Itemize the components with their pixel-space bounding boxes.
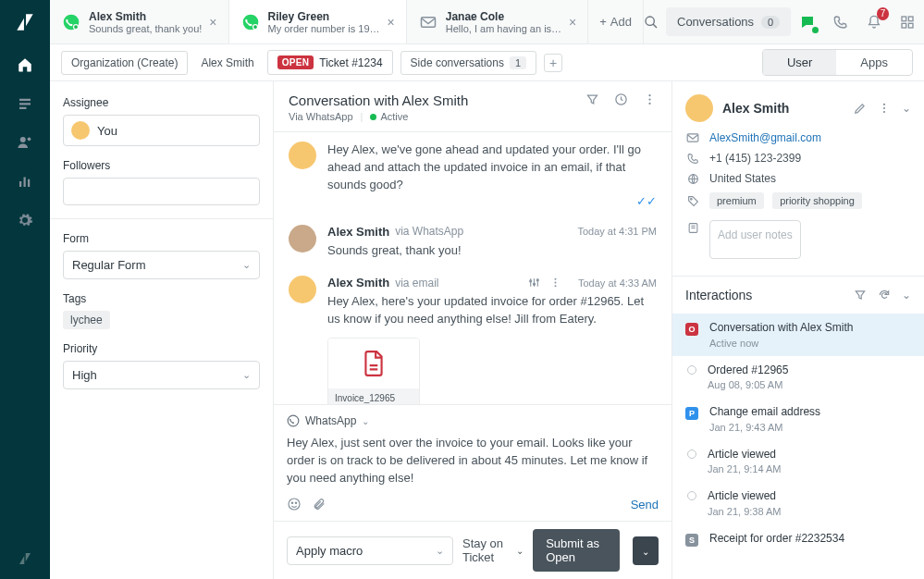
- svg-marker-11: [26, 553, 31, 561]
- customer-phone: +1 (415) 123-2399: [709, 152, 801, 165]
- composer-channel-select[interactable]: WhatsApp ⌄: [287, 414, 659, 427]
- history-icon[interactable]: [614, 92, 628, 106]
- avatar: [289, 225, 316, 253]
- svg-rect-2: [19, 99, 31, 101]
- search-icon[interactable]: [644, 0, 659, 43]
- form-select[interactable]: Regular Form ⌄: [63, 251, 260, 279]
- edit-icon[interactable]: [854, 102, 867, 115]
- views-icon[interactable]: [16, 94, 34, 113]
- avatar: [685, 94, 713, 122]
- tags-label: Tags: [63, 292, 260, 305]
- note-icon: [685, 222, 700, 234]
- workspace-tab[interactable]: Alex Smith Sounds great, thank you! ×: [50, 0, 229, 43]
- admin-icon[interactable]: [16, 211, 34, 229]
- settings-icon[interactable]: [528, 277, 540, 289]
- interactions-header: Interactions ⌄: [672, 276, 924, 314]
- tag-chip[interactable]: priority shopping: [772, 192, 862, 209]
- composer-textarea[interactable]: Hey Alex, just sent over the invoice to …: [287, 435, 659, 487]
- interaction-item[interactable]: Article viewed Jan 21, 9:38 AM: [672, 482, 924, 524]
- nav-rail: [0, 0, 50, 579]
- add-side-conversation-button[interactable]: +: [544, 54, 562, 72]
- close-icon[interactable]: ×: [569, 15, 576, 30]
- tag-chip[interactable]: premium: [709, 192, 764, 209]
- ticket-properties-pane: Assignee You Followers Form Regular Form…: [50, 81, 274, 579]
- tag-chip[interactable]: lychee: [63, 311, 110, 329]
- message-via: via email: [395, 277, 438, 290]
- composer-channel-label: WhatsApp: [305, 414, 356, 427]
- interaction-item[interactable]: P Change email address Jan 21, 9:43 AM: [672, 398, 924, 440]
- chevron-down-icon[interactable]: ⌄: [902, 102, 911, 115]
- more-icon[interactable]: [643, 92, 657, 106]
- interaction-item[interactable]: S Receipt for order #2232534: [672, 524, 924, 554]
- chevron-down-icon: ⌄: [436, 545, 444, 557]
- priority-select[interactable]: High ⌄: [63, 361, 260, 389]
- interaction-item[interactable]: O Conversation with Alex Smith Active no…: [672, 314, 924, 356]
- interaction-title: Conversation with Alex Smith: [709, 321, 853, 336]
- breadcrumb-ticket[interactable]: OPEN Ticket #1234: [267, 50, 393, 75]
- breadcrumb-org[interactable]: Organization (Create): [61, 51, 188, 75]
- form-label: Form: [63, 232, 260, 245]
- customer-header: Alex Smith ⌄: [672, 81, 924, 131]
- phone-icon[interactable]: [832, 13, 850, 31]
- footer-row: Apply macro ⌄ Stay on Ticket ⌄ Submit as…: [274, 521, 671, 579]
- message-author: Alex Smith: [327, 276, 389, 290]
- customers-icon[interactable]: [16, 133, 34, 152]
- submit-dropdown-button[interactable]: ⌄: [633, 536, 659, 565]
- add-tab-button[interactable]: + Add: [588, 0, 644, 43]
- stay-on-ticket-select[interactable]: Stay on Ticket ⌄: [462, 536, 524, 564]
- interaction-title: Ordered #12965: [708, 363, 788, 378]
- workspace-tab[interactable]: Riley Green My order number is 19… ×: [229, 0, 407, 43]
- chevron-down-icon[interactable]: ⌄: [902, 289, 911, 302]
- conversations-chip[interactable]: Conversations 0: [666, 7, 791, 36]
- submit-button[interactable]: Submit as Open: [533, 529, 620, 572]
- interaction-item[interactable]: Article viewed Jan 21, 9:14 AM: [672, 440, 924, 483]
- customer-email[interactable]: AlexSmith@gmail.com: [709, 131, 821, 144]
- svg-rect-8: [24, 178, 26, 188]
- mail-icon: [685, 132, 700, 143]
- attachment-icon[interactable]: [313, 497, 326, 511]
- more-icon[interactable]: [549, 277, 561, 289]
- svg-rect-3: [19, 103, 31, 105]
- filter-icon[interactable]: [585, 92, 599, 106]
- status-label: Active: [380, 111, 408, 122]
- composer: WhatsApp ⌄ Hey Alex, just sent over the …: [274, 404, 671, 521]
- refresh-icon[interactable]: [878, 289, 891, 302]
- workspace-tabs: Alex Smith Sounds great, thank you! × Ri…: [50, 0, 588, 43]
- followers-input[interactable]: [63, 178, 260, 205]
- close-icon[interactable]: ×: [388, 15, 395, 30]
- bell-icon[interactable]: 7: [865, 13, 883, 31]
- avatar: [71, 121, 90, 140]
- home-icon[interactable]: [16, 55, 34, 74]
- apps-grid-icon[interactable]: [898, 13, 917, 31]
- attachment[interactable]: Invoice_12965 PDF: [327, 338, 420, 404]
- conversation-title: Conversation with Alex Smith: [289, 92, 585, 108]
- chat-icon[interactable]: [798, 13, 817, 31]
- interactions-list: O Conversation with Alex Smith Active no…: [672, 314, 924, 579]
- workspace-tab[interactable]: Janae Cole Hello, I am having an is… ×: [407, 0, 589, 43]
- top-bar: Alex Smith Sounds great, thank you! × Ri…: [50, 0, 924, 44]
- message-list: Hey Alex, we've gone ahead and updated y…: [274, 132, 671, 404]
- chevron-down-icon: ⌄: [642, 547, 649, 557]
- close-icon[interactable]: ×: [209, 15, 216, 30]
- interaction-item[interactable]: Ordered #12965 Aug 08, 9:05 AM: [672, 356, 924, 399]
- macro-select[interactable]: Apply macro ⌄: [287, 536, 453, 565]
- tab-user[interactable]: User: [763, 50, 836, 75]
- tab-apps[interactable]: Apps: [836, 50, 912, 75]
- emoji-icon[interactable]: [287, 497, 302, 511]
- interaction-sub: Jan 21, 9:43 AM: [709, 422, 820, 433]
- breadcrumb-user[interactable]: Alex Smith: [195, 52, 259, 74]
- reports-icon[interactable]: [16, 172, 34, 191]
- filter-icon[interactable]: [854, 289, 867, 302]
- conversations-count: 0: [761, 16, 780, 29]
- customer-name: Alex Smith: [722, 101, 844, 116]
- svg-point-15: [253, 24, 257, 29]
- svg-point-35: [555, 282, 557, 284]
- svg-point-17: [646, 17, 654, 25]
- customer-notes-input[interactable]: Add user notes: [709, 220, 801, 259]
- svg-point-26: [648, 98, 650, 100]
- assignee-select[interactable]: You: [63, 115, 260, 146]
- more-icon[interactable]: [878, 102, 891, 115]
- side-conversations-button[interactable]: Side conversations 1: [400, 51, 537, 75]
- send-button[interactable]: Send: [631, 498, 659, 511]
- interaction-title: Article viewed: [708, 489, 782, 504]
